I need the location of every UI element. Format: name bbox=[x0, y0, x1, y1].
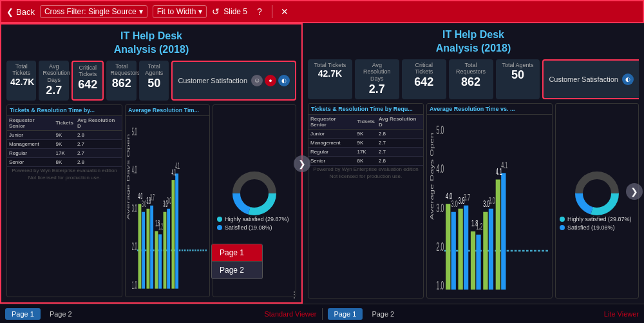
svg-text:1.0: 1.0 bbox=[132, 278, 137, 291]
svg-rect-12 bbox=[164, 211, 167, 288]
left-donut-chart bbox=[232, 171, 277, 216]
col-requestor: Requestor Senior bbox=[7, 116, 53, 131]
svg-text:3.0: 3.0 bbox=[132, 201, 137, 214]
svg-text:4.1: 4.1 bbox=[501, 159, 507, 170]
svg-rect-10 bbox=[155, 231, 158, 288]
svg-rect-40 bbox=[471, 231, 475, 289]
bottom-right-page2-tab[interactable]: Page 2 bbox=[365, 308, 401, 320]
right-metric-row: Total Tickets 42.7K Avg Resolution Days … bbox=[308, 59, 639, 99]
r-col-requestor: Requestor Senior bbox=[308, 115, 355, 130]
csat-blue-icon[interactable]: ◐ bbox=[278, 75, 290, 86]
fit-width-label: Fit to Width bbox=[157, 7, 196, 16]
undo-icon[interactable]: ↺ bbox=[212, 6, 220, 17]
svg-rect-36 bbox=[446, 204, 450, 289]
left-chart-widget: Average Resolution Tim... 5.0 4.0 3.0 2.… bbox=[125, 104, 210, 297]
right-panel-nav-arrow[interactable]: ❯ bbox=[626, 183, 643, 200]
help-button[interactable]: ? bbox=[252, 5, 267, 19]
svg-rect-6 bbox=[138, 204, 142, 288]
svg-text:Average Days Open: Average Days Open bbox=[127, 133, 130, 219]
right-bar-chart: 5.0 4.0 3.0 2.0 1.0 Average D bbox=[427, 115, 552, 299]
metric-critical-tickets: Critical Tickets 642 bbox=[71, 61, 104, 101]
cross-filter-label: Cross Filter: Single Source bbox=[44, 7, 137, 16]
table-row: Senior 8K 2.8 bbox=[308, 156, 423, 165]
svg-rect-8 bbox=[147, 208, 150, 288]
chevron-down-icon: ▾ bbox=[139, 7, 143, 16]
bottom-left-page1-tab[interactable]: Page 1 bbox=[5, 308, 41, 320]
lite-viewer-label: Lite Viewer bbox=[604, 310, 639, 318]
separator bbox=[272, 5, 272, 18]
svg-text:4.0: 4.0 bbox=[437, 163, 444, 175]
page-dropdown-item2[interactable]: Page 2 bbox=[212, 262, 262, 279]
right-panel-title: IT Help Desk Analysis (2018) bbox=[308, 28, 639, 55]
right-donut-widget: Highly satisfied (29.87%) Satisfied (19.… bbox=[555, 103, 639, 299]
customer-sat-controls: ☺ ● ◐ bbox=[251, 75, 290, 86]
svg-rect-14 bbox=[172, 180, 175, 289]
back-button[interactable]: ❮ Back bbox=[6, 7, 35, 17]
svg-text:2.0: 2.0 bbox=[132, 240, 137, 253]
fit-width-button[interactable]: Fit to Width ▾ bbox=[153, 5, 207, 18]
right-donut-chart bbox=[574, 171, 620, 216]
svg-rect-43 bbox=[489, 208, 493, 289]
svg-text:4.0: 4.0 bbox=[132, 163, 137, 176]
svg-text:3.0: 3.0 bbox=[489, 195, 495, 206]
cross-filter-button[interactable]: Cross Filter: Single Source ▾ bbox=[40, 5, 147, 18]
csat-smiley-icon[interactable]: ☺ bbox=[251, 75, 263, 86]
left-panel-title: IT Help Desk Analysis (2018) bbox=[6, 30, 296, 57]
svg-text:3.0: 3.0 bbox=[167, 195, 171, 205]
close-button[interactable]: ✕ bbox=[278, 5, 292, 19]
watermark1: Powered by Wyn Enterprise evaluation edi… bbox=[7, 167, 122, 174]
col-avg-res: Avg Resolution D bbox=[75, 116, 122, 131]
right-table-title: Tickets & Resolution Time by Requ... bbox=[308, 104, 423, 115]
r-metric-requestors: Total Requestors 862 bbox=[449, 59, 493, 99]
svg-text:5.0: 5.0 bbox=[437, 124, 444, 136]
r-col-avg-res: Avg Resolution D bbox=[377, 115, 423, 130]
bottom-right-page1-tab[interactable]: Page 1 bbox=[328, 308, 363, 320]
right-table: Requestor Senior Tickets Avg Resolution … bbox=[308, 115, 423, 166]
left-table-body: Junior 9K 2.8 Management 9K 2.7 Regular … bbox=[7, 130, 122, 166]
svg-rect-9 bbox=[150, 205, 153, 288]
bottom-right-bar: Page 1 Page 2 Lite Viewer bbox=[323, 308, 645, 320]
svg-text:4.1: 4.1 bbox=[175, 160, 180, 170]
r-watermark1: Powered by Wyn Enterprise evaluation edi… bbox=[308, 166, 423, 173]
svg-text:3.0: 3.0 bbox=[437, 202, 444, 214]
svg-rect-45 bbox=[501, 173, 506, 289]
r-dot-satisfied bbox=[560, 225, 565, 230]
right-chart-widget: Average Resolution Time vs. ... 5.0 4.0 … bbox=[426, 103, 553, 299]
svg-rect-42 bbox=[483, 211, 488, 289]
donut-legend: Highly satisfied (29.87%) Satisfied (19.… bbox=[217, 216, 292, 231]
r-customer-sat-label: Customer Satisfaction bbox=[549, 75, 618, 83]
r-metric-resolution-days: Avg Resolution Days 2.7 bbox=[355, 59, 399, 99]
svg-text:3.0: 3.0 bbox=[451, 198, 458, 210]
csat-red-icon[interactable]: ● bbox=[265, 75, 276, 86]
top-bar-left: ❮ Back Cross Filter: Single Source ▾ Fit… bbox=[6, 5, 638, 19]
main-content: IT Help Desk Analysis (2018) Total Ticke… bbox=[0, 23, 644, 304]
standard-viewer-label: Standard Viewer bbox=[264, 310, 316, 318]
svg-text:3.7: 3.7 bbox=[464, 191, 470, 203]
svg-rect-13 bbox=[167, 208, 170, 288]
left-chart-title: Average Resolution Tim... bbox=[126, 105, 209, 116]
right-chart-title: Average Resolution Time vs. ... bbox=[427, 104, 552, 115]
r-metric-total-agents: Total Agents 50 bbox=[496, 59, 540, 99]
r-watermark2: Not licensed for production use. bbox=[308, 173, 423, 180]
legend-satisfied: Satisfied (19.08%) bbox=[217, 224, 292, 231]
customer-sat-label: Customer Satisfaction bbox=[178, 77, 247, 84]
right-nav-arrow[interactable]: ❯ bbox=[294, 155, 310, 172]
bottom-left-page2-tab[interactable]: Page 2 bbox=[43, 308, 79, 320]
right-panel: IT Help Desk Analysis (2018) Total Ticke… bbox=[303, 23, 644, 304]
svg-rect-7 bbox=[142, 211, 145, 288]
slide-info: ↺ Slide 5 bbox=[212, 6, 247, 17]
r-customer-sat-controls: ◐ bbox=[622, 73, 634, 85]
table-row: Management 9K 2.7 bbox=[308, 138, 423, 147]
more-options-icon[interactable]: ⋮ bbox=[290, 289, 299, 300]
page-dropdown-item1[interactable]: Page 1 bbox=[212, 244, 262, 262]
r-csat-blue-icon[interactable]: ◐ bbox=[622, 73, 634, 85]
table-row: Regular 17K 2.7 bbox=[308, 147, 423, 156]
top-bar: ❮ Back Cross Filter: Single Source ▾ Fit… bbox=[0, 0, 644, 23]
r-metric-critical-tickets: Critical Tickets 642 bbox=[402, 59, 446, 99]
bottom-left-bar: Page 1 Page 2 Standard Viewer bbox=[0, 308, 323, 320]
r-donut-legend: Highly satisfied (29.87%) Satisfied (19.… bbox=[560, 216, 634, 231]
bottom-bar: Page 1 Page 2 Standard Viewer Page 1 Pag… bbox=[0, 304, 644, 323]
right-table-widget: Tickets & Resolution Time by Requ... Req… bbox=[308, 103, 424, 299]
svg-rect-37 bbox=[451, 211, 456, 289]
left-table: Requestor Senior Tickets Avg Resolution … bbox=[7, 116, 122, 167]
